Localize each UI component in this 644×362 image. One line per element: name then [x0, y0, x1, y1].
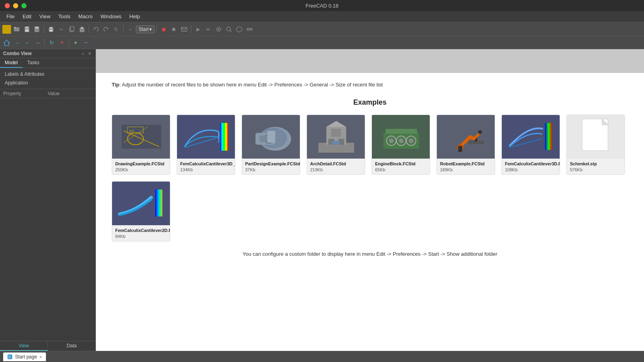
undo-icon[interactable] [91, 25, 101, 34]
combo-close-btn[interactable]: × [87, 51, 92, 56]
arrow-icon[interactable]: → [126, 25, 135, 34]
prop-header: Property Value [0, 89, 95, 98]
new-file-icon[interactable] [2, 25, 11, 34]
toolbar-sep-2 [89, 25, 89, 33]
open-file-icon[interactable] [12, 25, 21, 34]
maximize-button[interactable] [21, 3, 27, 8]
workbench-selector[interactable]: Start ▾ [136, 25, 154, 33]
menu-tools[interactable]: Tools [55, 12, 73, 21]
drawing-thumb: pcb [112, 115, 170, 159]
tab-close-btn[interactable]: × [39, 354, 42, 359]
svg-text:S: S [8, 355, 10, 359]
record-icon[interactable]: ⏺ [159, 25, 168, 34]
example-fem3d-new[interactable]: FemCalculixCantilever3D_newSolver.FCStd … [177, 115, 235, 175]
example-arch[interactable]: ArchDetail.FCStd 219Kb [307, 115, 365, 175]
example-schenkel[interactable]: Schenkel.stp 576Kb [566, 115, 625, 175]
minus-nav-icon[interactable]: − [82, 38, 90, 47]
fem3d-new-size: 134Kb [180, 167, 232, 172]
menu-help[interactable]: Help [126, 12, 143, 21]
tab-tasks[interactable]: Tasks [23, 58, 44, 68]
nav-toolbar: → ← → ↻ ✕ + − [0, 36, 644, 49]
nav-labels-attributes[interactable]: Labels & Attributes [0, 70, 95, 79]
home-icon[interactable] [2, 38, 11, 47]
start-page-tab[interactable]: S Start page × [3, 352, 46, 361]
app-title: FreeCAD 0.18 [305, 3, 338, 9]
redo-icon[interactable] [101, 25, 111, 34]
svg-marker-15 [94, 28, 95, 30]
recent-header [96, 49, 644, 73]
titlebar: FreeCAD 0.18 [0, 0, 644, 11]
arch-size: 219Kb [310, 167, 362, 172]
stop-icon[interactable]: ⏹ [169, 25, 179, 34]
add-nav-icon[interactable]: + [71, 38, 80, 47]
fem3d-new-name: FemCalculixCantilever3D_newSolver.FCStd [180, 161, 232, 167]
mail-icon[interactable] [179, 25, 189, 34]
fem3d-new-thumb [177, 115, 235, 159]
zoom-icon[interactable] [224, 25, 234, 34]
toolbar-sep-5 [191, 25, 191, 33]
menu-macro[interactable]: Macro [75, 12, 96, 21]
svg-line-22 [230, 31, 232, 32]
example-fem3d[interactable]: FemCalculixCantilever3D.FCStd 108Kb [501, 115, 560, 175]
3d-icon[interactable] [234, 25, 244, 34]
measure-icon[interactable] [245, 25, 254, 34]
menu-edit[interactable]: Edit [19, 12, 34, 21]
nav-application[interactable]: Application [0, 79, 95, 87]
example-drawing[interactable]: pcb DrawingExample.FCStd 250Kb [112, 115, 170, 175]
svg-marker-16 [107, 28, 108, 30]
forward-icon[interactable]: → [13, 38, 21, 47]
fem2d-size: 84Kb [115, 234, 167, 239]
stop-nav-icon[interactable]: ✕ [57, 38, 66, 47]
fem3d-name: FemCalculixCantilever3D.FCStd [505, 161, 556, 167]
view-data-tabs: View Data [0, 341, 95, 351]
refresh-icon[interactable]: ↻ [112, 25, 121, 34]
partdesign-info: PartDesignExample.FCStd 37Kb [242, 159, 300, 174]
copy-icon[interactable] [67, 25, 76, 34]
play-icon[interactable]: ▶ [193, 25, 203, 34]
menu-view[interactable]: View [36, 12, 53, 21]
back-icon[interactable]: ← [23, 38, 32, 47]
bottom-tip: You can configure a custom folder to dis… [112, 251, 628, 265]
menu-file[interactable]: File [3, 12, 18, 21]
toolbar-sep-4 [156, 25, 157, 33]
window-controls[interactable] [5, 3, 27, 8]
next-icon[interactable]: → [33, 38, 42, 47]
cut-icon[interactable]: ✂ [57, 25, 66, 34]
workbench-label: Start [139, 27, 149, 32]
engine-size: 65Kb [375, 167, 427, 172]
paste-icon[interactable] [77, 25, 87, 34]
combo-float-btn[interactable]: ○ [80, 51, 86, 56]
minimize-button[interactable] [13, 3, 18, 8]
schenkel-info: Schenkel.stp 576Kb [567, 159, 625, 174]
examples-grid: pcb DrawingExample.FCStd 250Kb [112, 115, 628, 242]
tab-view[interactable]: View [0, 341, 48, 351]
engine-name: EngineBlock.FCStd [375, 161, 427, 167]
fem3d-info: FemCalculixCantilever3D.FCStd 108Kb [502, 159, 560, 174]
svg-rect-62 [458, 146, 462, 152]
nav-sep-2 [69, 39, 69, 46]
tab-data[interactable]: Data [48, 341, 95, 351]
partdesign-name: PartDesignExample.FCStd [245, 161, 297, 167]
print-icon[interactable] [46, 25, 56, 34]
target-icon[interactable] [214, 25, 223, 34]
save-as-icon[interactable] [32, 25, 42, 34]
example-robot[interactable]: RobotExample.FCStd 189Kb [436, 115, 495, 175]
svg-rect-63 [545, 123, 552, 150]
tab-model[interactable]: Model [0, 58, 23, 68]
example-fem2d[interactable]: FemCalculixCantilever2D.FCStd 84Kb [112, 181, 170, 241]
close-button[interactable] [5, 3, 10, 8]
reload-icon[interactable]: ↻ [47, 38, 56, 47]
example-engine[interactable]: EngineBlock.FCStd 65Kb [372, 115, 430, 175]
example-partdesign[interactable]: PartDesignExample.FCStd 37Kb [242, 115, 300, 175]
step-icon[interactable]: ⏭ [204, 25, 213, 34]
menu-windows[interactable]: Windows [97, 12, 125, 21]
svg-text:✂: ✂ [59, 27, 63, 33]
arch-thumb [307, 115, 365, 159]
tip-body: : Adjust the number of recent files to b… [119, 82, 383, 88]
svg-point-55 [399, 138, 404, 143]
content-inner: Tip: Adjust the number of recent files t… [96, 73, 644, 273]
examples-title: Examples [112, 98, 628, 107]
save-file-icon[interactable] [22, 25, 32, 34]
sidebar: Combo View ○ × Model Tasks Labels & Attr… [0, 49, 96, 351]
partdesign-thumb [242, 115, 300, 159]
